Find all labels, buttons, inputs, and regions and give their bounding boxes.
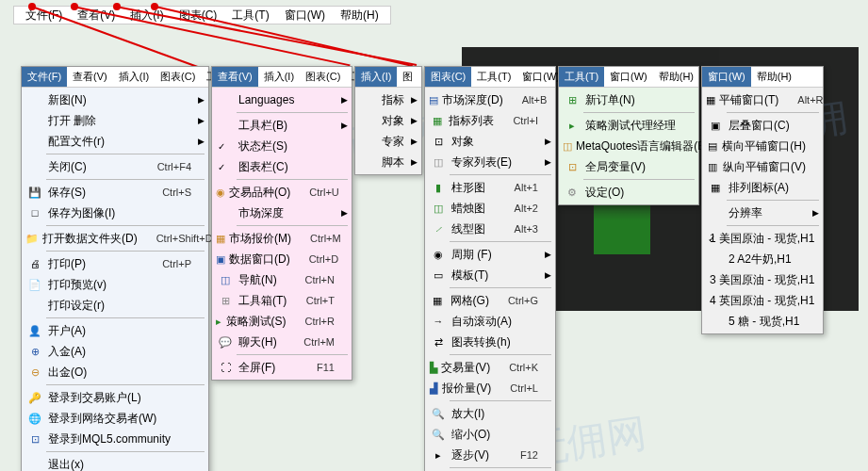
menu-item[interactable]: ⚙设定(O)	[559, 182, 698, 203]
menu-item[interactable]: ▸策略测试(S)Ctrl+R	[212, 311, 352, 332]
menu-item[interactable]: ◉交易品种(O)Ctrl+U	[212, 182, 352, 203]
menu-item[interactable]: 工具栏(B)▶	[212, 115, 352, 136]
top-menu-help[interactable]: 帮助(H)	[333, 6, 386, 25]
menu-item[interactable]: □保存为图像(I)	[22, 203, 208, 223]
menu-item[interactable]: 🔑登录到交易账户(L)	[22, 387, 208, 408]
menu-item[interactable]: ◫专家列表(E)▶	[425, 152, 555, 172]
menu-item[interactable]: ▦平铺窗口(T)Alt+R	[702, 89, 823, 110]
menu-item[interactable]: 💬聊天(H)Ctrl+M	[212, 332, 352, 352]
menu-item-label: 登录到MQL5.community	[44, 431, 191, 447]
menu-item[interactable]: ⊡对象▶	[425, 131, 555, 152]
menu-item-label: 2 A2牛奶,H1	[725, 252, 806, 268]
tab-chart[interactable]: 图表(C)	[425, 67, 471, 87]
menu-item[interactable]: ⇄图表转换(h)	[425, 332, 555, 352]
menu-item[interactable]: →自动滚动(A)	[425, 311, 555, 332]
menu-item[interactable]: ⊞新订单(N)	[559, 89, 698, 110]
menu-item[interactable]: ⟋线型图Alt+3	[425, 219, 555, 239]
menu-item[interactable]: ▸策略测试代理经理	[559, 115, 698, 136]
menu-item[interactable]: 🌐登录到网络交易者(W)	[22, 408, 208, 429]
menu-item[interactable]: ▦市场报价(M)Ctrl+M	[212, 228, 352, 249]
tab-chart[interactable]: 图表(C)	[300, 67, 346, 87]
menu-item-label: 自动滚动(A)	[448, 314, 538, 330]
menu-item[interactable]: 新图(N)▶	[22, 89, 208, 110]
menu-item[interactable]: 对象▶	[355, 110, 421, 131]
menu-shortcut: F11	[298, 362, 335, 373]
menu-item[interactable]: ▤市场深度(D)Alt+B	[425, 89, 555, 110]
menu-item[interactable]: 指标▶	[355, 89, 421, 110]
menu-item[interactable]: ▣数据窗口(D)Ctrl+D	[212, 249, 352, 269]
menu-item[interactable]: 退出(x)	[22, 454, 208, 471]
menu-item[interactable]: 脚本▶	[355, 152, 421, 172]
tab-file[interactable]: 文件(F)	[22, 67, 67, 87]
menu-icon: ▮	[429, 180, 448, 195]
menu-item[interactable]: 3 美国原油 - 现货,H1	[702, 269, 823, 290]
tab-view[interactable]: 查看(V)	[67, 67, 113, 87]
tab-insert[interactable]: 插入(I)	[113, 67, 155, 87]
menu-item[interactable]: 配置文件(r)▶	[22, 131, 208, 152]
menu-item[interactable]: ◫导航(N)Ctrl+N	[212, 269, 352, 290]
menu-item[interactable]: 分辨率▶	[702, 203, 823, 223]
menu-item[interactable]: 🖨打印(P)Ctrl+P	[22, 253, 208, 274]
tab-help[interactable]: 帮助(H)	[653, 67, 699, 87]
menu-item[interactable]: ▤横向平铺窗口(H)	[702, 136, 823, 156]
menu-item[interactable]: 🔍放大(I)	[425, 403, 555, 424]
menu-item[interactable]: ▦网格(G)Ctrl+G	[425, 290, 555, 311]
menu-shortcut: Ctrl+U	[290, 187, 338, 198]
tab-window[interactable]: 窗口(W)	[702, 67, 751, 87]
menu-item[interactable]: ⊖出金(O)	[22, 362, 208, 382]
menu-item[interactable]: 👤开户(A)	[22, 320, 208, 341]
menu-tabs: 插入(I) 图	[355, 67, 421, 88]
menu-item[interactable]: 📁打开数据文件夹(D)Ctrl+Shift+D	[22, 228, 208, 249]
menu-separator	[450, 354, 551, 355]
menu-item[interactable]: ◫蜡烛图Alt+2	[425, 198, 555, 219]
menu-item[interactable]: 🔍缩小(O)	[425, 424, 555, 445]
menu-item[interactable]: ▭模板(T)▶	[425, 265, 555, 285]
menu-item[interactable]: 📄打印预览(v)	[22, 274, 208, 295]
tab-chart[interactable]: 图表(C)	[155, 67, 201, 87]
menu-item[interactable]: ◫MetaQuotes语言编辑器(E)	[559, 136, 698, 156]
menu-item[interactable]: ✓1 美国原油 - 现货,H1	[702, 228, 823, 249]
menu-item[interactable]: 2 A2牛奶,H1	[702, 249, 823, 269]
top-menu-tools[interactable]: 工具(T)	[224, 6, 276, 25]
menu-item-label: 脚本	[378, 154, 404, 171]
menu-item[interactable]: 市场深度▶	[212, 203, 352, 223]
menu-item[interactable]: ▥纵向平铺窗口(V)	[702, 156, 823, 177]
menu-item[interactable]: ▦指标列表Ctrl+I	[425, 110, 555, 131]
menu-item[interactable]: ✓状态栏(S)	[212, 136, 352, 156]
menu-item[interactable]: ▣层叠窗口(C)	[702, 115, 823, 136]
menu-item[interactable]: 4 英国原油 - 现货,H1	[702, 290, 823, 311]
menu-item[interactable]: ▦排列图标(A)	[702, 177, 823, 198]
menu-item[interactable]: ⛶全屏(F)F11	[212, 357, 352, 378]
menu-item[interactable]: ⊡登录到MQL5.community	[22, 429, 208, 449]
tab-window[interactable]: 窗口(W)	[604, 67, 653, 87]
menu-item[interactable]: 💾保存(S)Ctrl+S	[22, 182, 208, 203]
submenu-arrow-icon: ▶	[341, 121, 348, 130]
tab-help[interactable]: 帮助(H)	[751, 67, 797, 87]
tab-tools[interactable]: 工具(T)	[471, 67, 516, 87]
menu-item[interactable]: 打印设定(r)	[22, 295, 208, 316]
menu-item[interactable]: ▸逐步(V)F12	[425, 445, 555, 465]
menu-item[interactable]: 关闭(C)Ctrl+F4	[22, 156, 208, 177]
menu-item[interactable]: ▮柱形图Alt+1	[425, 177, 555, 198]
submenu-arrow-icon: ▶	[198, 137, 205, 146]
tab-tools[interactable]: 工具(T)	[559, 67, 604, 87]
menu-item[interactable]: ▙交易量(V)Ctrl+K	[425, 357, 555, 378]
menu-item[interactable]: ◉周期 (F)▶	[425, 244, 555, 265]
menu-item[interactable]: ✓图表栏(C)	[212, 156, 352, 177]
top-menu-file[interactable]: 文件(F)	[18, 6, 70, 25]
tab-chart[interactable]: 图	[397, 67, 418, 87]
menu-icon: ▟	[429, 381, 438, 396]
menu-item[interactable]: 打开 删除▶	[22, 110, 208, 131]
menu-item[interactable]: ⊕入金(A)	[22, 341, 208, 362]
menu-item[interactable]: 5 糖 - 现货,H1	[702, 311, 823, 332]
tab-view[interactable]: 查看(V)	[212, 67, 258, 87]
menu-item[interactable]: ⊡全局变量(V)	[559, 156, 698, 177]
menu-item[interactable]: 专家▶	[355, 131, 421, 152]
menu-item[interactable]: ⊞工具箱(T)Ctrl+T	[212, 290, 352, 311]
menu-item[interactable]: ▟报价量(V)Ctrl+L	[425, 378, 555, 398]
tab-insert[interactable]: 插入(I)	[258, 67, 300, 87]
top-menu-window[interactable]: 窗口(W)	[277, 6, 333, 25]
tab-insert[interactable]: 插入(I)	[355, 67, 397, 87]
menu-item[interactable]: Languages▶	[212, 89, 352, 110]
menu-item-label: MetaQuotes语言编辑器(E)	[572, 138, 709, 154]
